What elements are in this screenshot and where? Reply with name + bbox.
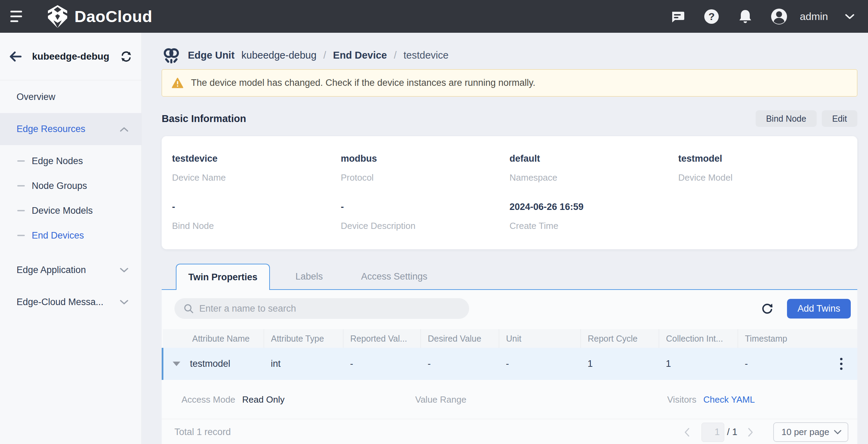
tab-labels[interactable]: Labels (283, 264, 336, 289)
twin-properties-table: Attribute Name Attribute Type Reported V… (162, 329, 857, 419)
dash-icon (17, 210, 25, 211)
col-desired-value: Desired Value (421, 329, 499, 348)
next-page-icon[interactable] (744, 427, 757, 437)
sidebar-item-edge-resources[interactable]: Edge Resources (0, 113, 141, 145)
cell-collection-interval: 1 (659, 348, 738, 380)
sidebar: kubeedge-debug Overview Edge Resources E… (0, 33, 142, 444)
twin-properties-panel: Add Twins Attribute Name Attribute Type … (162, 290, 857, 444)
top-header: DaoCloud ? admin (0, 0, 868, 33)
search-input[interactable] (199, 303, 460, 314)
user-menu-chevron-icon[interactable] (845, 14, 854, 19)
warning-message: The device model has changed. Check if t… (191, 78, 535, 88)
field-bind-node: -Bind Node (172, 202, 341, 231)
access-mode-value: Read Only (242, 394, 285, 405)
chevron-down-icon (120, 300, 128, 305)
col-unit: Unit (499, 329, 581, 348)
sidebar-item-edge-nodes[interactable]: Edge Nodes (0, 149, 141, 173)
field-device-description: -Device Description (341, 202, 510, 231)
back-arrow-icon[interactable] (9, 51, 22, 62)
row-actions-kebab-icon[interactable] (825, 358, 858, 370)
dash-icon (17, 185, 25, 186)
sidebar-item-edge-application[interactable]: Edge Application (0, 254, 141, 286)
per-page-select[interactable]: 10 per page (773, 422, 848, 442)
sidebar-title: kubeedge-debug (32, 51, 109, 62)
tab-twin-properties[interactable]: Twin Properties (176, 264, 270, 290)
page-number-input[interactable] (702, 423, 724, 442)
sidebar-item-node-groups[interactable]: Node Groups (0, 173, 141, 198)
total-records: Total 1 record (174, 427, 231, 437)
edge-unit-icon (162, 46, 181, 65)
col-reported-value: Reported Val... (343, 329, 421, 348)
brand-logo: DaoCloud (48, 5, 152, 28)
value-range-label: Value Range (415, 394, 466, 405)
bind-node-button[interactable]: Bind Node (756, 110, 817, 127)
dash-icon (17, 235, 25, 236)
warning-icon (172, 78, 183, 89)
tab-bar: Twin Properties Labels Access Settings (162, 264, 857, 290)
chevron-up-icon (120, 127, 128, 132)
warning-banner: The device model has changed. Check if t… (162, 69, 857, 97)
notification-bell-icon[interactable] (737, 8, 754, 25)
breadcrumb-unit[interactable]: kubeedge-debug (241, 50, 316, 61)
breadcrumb-page[interactable]: End Device (333, 50, 387, 61)
breadcrumb: Edge Unit kubeedge-debug / End Device / … (162, 33, 857, 66)
col-actions (818, 329, 858, 348)
section-title: Basic Information (162, 113, 246, 124)
message-icon[interactable] (669, 8, 686, 25)
col-attribute-name: Attribute Name (163, 329, 264, 348)
help-icon[interactable]: ? (703, 8, 720, 25)
search-icon (183, 303, 194, 314)
cell-desired-value: - (421, 348, 499, 380)
cell-attribute-type: int (264, 348, 343, 380)
table-footer: Total 1 record / 1 10 per page (162, 419, 857, 444)
cell-unit: - (499, 348, 581, 380)
expand-caret-icon[interactable] (173, 362, 180, 366)
breadcrumb-section: Edge Unit (188, 50, 234, 61)
col-timestamp: Timestamp (738, 329, 818, 348)
field-namespace: defaultNamespace (509, 153, 678, 183)
expanded-detail-row: Access Mode Read Only Value Range Visito… (163, 380, 858, 419)
cell-timestamp: - (738, 348, 818, 380)
select-chevron-down-icon (834, 430, 841, 435)
chevron-down-icon (120, 268, 128, 273)
sidebar-item-edge-cloud-message[interactable]: Edge-Cloud Messa... (0, 286, 141, 318)
col-collection-interval: Collection Int... (659, 329, 738, 348)
field-device-name: testdeviceDevice Name (172, 153, 341, 183)
cell-reported-value: - (343, 348, 421, 380)
prev-page-icon[interactable] (680, 427, 694, 437)
switch-unit-icon[interactable] (120, 51, 132, 62)
table-row: testmodel int - - - 1 1 - (163, 348, 858, 380)
menu-toggle-icon[interactable] (10, 9, 26, 24)
dash-icon (17, 160, 25, 162)
col-report-cycle: Report Cycle (581, 329, 659, 348)
add-twins-button[interactable]: Add Twins (787, 299, 851, 319)
cell-report-cycle: 1 (581, 348, 659, 380)
tab-access-settings[interactable]: Access Settings (349, 264, 440, 289)
brand-name: DaoCloud (74, 7, 152, 26)
field-create-time: 2024-06-26 16:59Create Time (509, 202, 678, 231)
avatar[interactable] (771, 8, 787, 25)
basic-info-card: testdeviceDevice Name modbusProtocol def… (162, 136, 857, 249)
field-device-model: testmodelDevice Model (678, 153, 847, 183)
search-box[interactable] (174, 298, 469, 319)
cell-attribute-name: testmodel (190, 359, 230, 369)
table-header-row: Attribute Name Attribute Type Reported V… (163, 329, 858, 348)
sidebar-item-end-devices[interactable]: End Devices (0, 223, 141, 248)
breadcrumb-item: testdevice (404, 50, 449, 61)
page-total: / 1 (727, 427, 737, 437)
sidebar-item-device-models[interactable]: Device Models (0, 198, 141, 223)
visitors-label: Visitors (667, 394, 697, 405)
field-protocol: modbusProtocol (341, 153, 510, 183)
sidebar-item-overview[interactable]: Overview (0, 81, 141, 113)
daocloud-logo-icon (48, 5, 68, 28)
username: admin (800, 11, 828, 22)
col-attribute-type: Attribute Type (264, 329, 343, 348)
check-yaml-link[interactable]: Check YAML (703, 394, 755, 405)
access-mode-label: Access Mode (182, 394, 235, 405)
refresh-icon[interactable] (761, 302, 774, 315)
edit-button[interactable]: Edit (822, 110, 857, 127)
